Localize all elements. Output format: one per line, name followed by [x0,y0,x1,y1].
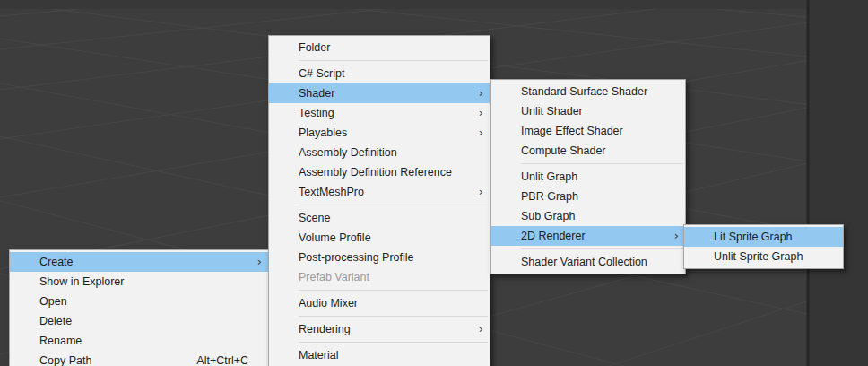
menu-item-label: Show in Explorer [39,275,125,288]
menu-item-standard-surface-shader[interactable]: Standard Surface Shader [491,82,685,101]
menu-item-rename[interactable]: Rename [10,331,268,351]
menu-item-label: Lit Sprite Graph [714,231,793,243]
menu-item-shader[interactable]: Shader› [269,83,490,103]
menu-item-label: C# Script [299,67,344,80]
menu-separator [299,205,488,205]
menu-item-delete[interactable]: Delete [10,311,268,331]
menu-item-copy-path[interactable]: Copy PathAlt+Ctrl+C [10,351,268,366]
renderer2d-submenu: Lit Sprite GraphUnlit Sprite Graph [683,224,844,269]
menu-separator [299,290,488,291]
menu-item-rendering[interactable]: Rendering› [269,319,490,339]
menu-item-label: Assembly Definition [299,146,397,159]
menu-item-image-effect-shader[interactable]: Image Effect Shader [491,121,685,141]
menu-separator [299,342,488,343]
menu-separator [299,60,488,61]
menu-item-textmeshpro[interactable]: TextMeshPro› [269,182,490,202]
menu-item-label: TextMeshPro [299,186,364,198]
menu-item-label: Compute Shader [521,144,606,157]
menu-item-label: PBR Graph [521,190,578,203]
menu-item-volume-profile[interactable]: Volume Profile [269,228,490,248]
menu-item-label: Prefab Variant [299,271,369,283]
menu-item-create[interactable]: Create› [10,252,268,272]
menu-item-2d-renderer[interactable]: 2D Renderer› [491,226,685,246]
menu-item-label: Sub Graph [521,210,575,222]
context-menu: Create›Show in ExplorerOpenDeleteRenameC… [9,249,269,366]
menu-separator [521,248,683,249]
menu-item-compute-shader[interactable]: Compute Shader [491,141,685,161]
menu-item-unlit-shader[interactable]: Unlit Shader [491,101,685,121]
menu-item-label: Open [39,295,67,308]
menu-item-unlit-sprite-graph[interactable]: Unlit Sprite Graph [684,247,843,266]
menu-item-label: Audio Mixer [299,297,358,309]
menu-item-show-in-explorer[interactable]: Show in Explorer [10,272,268,292]
menu-item-testing[interactable]: Testing› [269,103,490,123]
menu-item-label: Create [39,256,74,268]
menu-item-label: Standard Surface Shader [521,85,647,98]
menu-item-material[interactable]: Material [269,345,490,365]
submenu-arrow-icon: › [479,182,483,202]
menu-item-shortcut: Alt+Ctrl+C [196,351,248,366]
menu-item-label: Playables [299,126,347,139]
menu-item-label: Rename [39,335,82,347]
submenu-arrow-icon: › [479,123,483,143]
menu-item-label: Shader [299,87,334,100]
create-submenu: FolderC# ScriptShader›Testing›Playables›… [268,35,490,366]
side-panel-edge [809,0,868,366]
menu-item-label: Image Effect Shader [521,125,623,137]
menu-item-label: Unlit Sprite Graph [714,250,803,263]
submenu-arrow-icon: › [674,226,679,246]
menu-item-label: Testing [299,107,334,119]
menu-item-label: Scene [299,212,330,224]
menu-item-scene[interactable]: Scene [269,208,490,228]
menu-item-label: 2D Renderer [521,230,586,242]
menu-item-prefab-variant: Prefab Variant [269,267,490,287]
shader-submenu: Standard Surface ShaderUnlit ShaderImage… [490,79,686,274]
menu-item-label: Copy Path [39,354,91,366]
menu-item-post-processing-profile[interactable]: Post-processing Profile [269,248,490,267]
menu-item-label: Volume Profile [299,231,371,244]
menu-item-unlit-graph[interactable]: Unlit Graph [491,167,685,187]
submenu-arrow-icon: › [479,103,483,123]
menu-separator [299,316,488,317]
menu-item-open[interactable]: Open [10,292,268,311]
menu-item-audio-mixer[interactable]: Audio Mixer [269,293,490,313]
menu-item-label: Rendering [299,323,351,336]
menu-item-sub-graph[interactable]: Sub Graph [491,206,685,226]
menu-item-assembly-definition[interactable]: Assembly Definition [269,143,490,162]
submenu-arrow-icon: › [479,83,483,103]
menu-separator [521,163,683,164]
menu-item-label: Folder [299,41,330,54]
menu-item-label: Post-processing Profile [299,251,414,264]
menu-item-label: Material [299,349,338,362]
submenu-arrow-icon: › [479,319,483,339]
menu-item-label: Unlit Graph [521,170,577,183]
menu-item-folder[interactable]: Folder [269,38,490,57]
menu-item-label: Unlit Shader [521,105,583,118]
menu-item-lit-sprite-graph[interactable]: Lit Sprite Graph [684,227,843,247]
menu-item-label: Delete [39,315,72,327]
menu-item-playables[interactable]: Playables› [269,123,490,143]
submenu-arrow-icon: › [257,252,262,272]
menu-item-c-script[interactable]: C# Script [269,64,490,83]
menu-item-assembly-definition-reference[interactable]: Assembly Definition Reference [269,162,490,182]
scene-horizon-band [0,0,809,9]
menu-item-pbr-graph[interactable]: PBR Graph [491,187,685,206]
menu-item-shader-variant-collection[interactable]: Shader Variant Collection [491,252,685,272]
menu-item-label: Assembly Definition Reference [299,166,452,179]
menu-item-label: Shader Variant Collection [521,256,647,268]
